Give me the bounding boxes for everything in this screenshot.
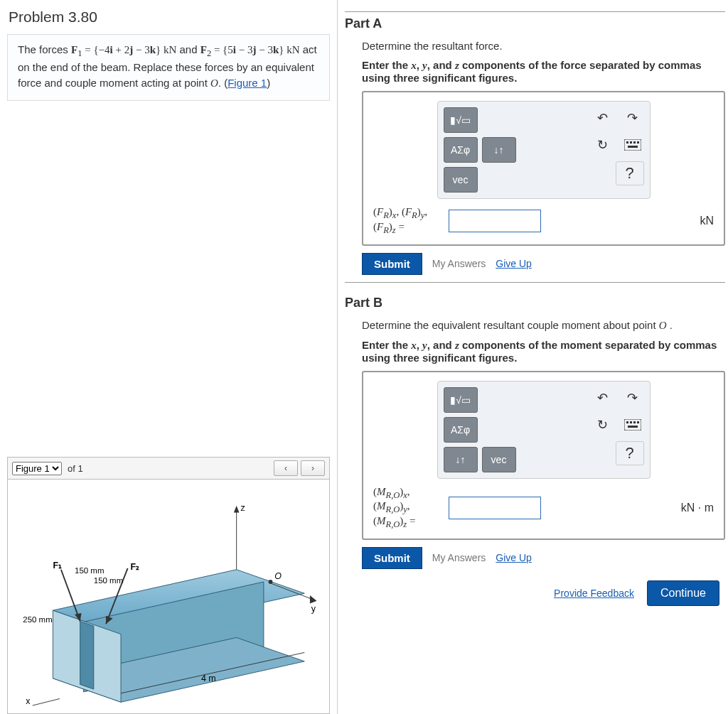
undo-icon[interactable]: ↶ (592, 387, 614, 409)
part-b-inst: Enter the x, y, and z components of the … (362, 339, 725, 364)
prompt-text: The forces F1 = {−4i + 2j − 3k} kN and F… (18, 43, 317, 89)
figure-link[interactable]: Figure 1 (228, 77, 267, 89)
vec-button[interactable]: vec (482, 447, 516, 472)
problem-title: Problem 3.80 (7, 6, 330, 34)
figure-header: Figure 1 of 1 ‹ › (7, 457, 330, 480)
svg-text:250 mm: 250 mm (23, 615, 52, 624)
redo-icon[interactable]: ↷ (621, 107, 644, 129)
figure-selector[interactable]: Figure 1 (12, 462, 62, 475)
svg-point-13 (269, 580, 273, 584)
svg-text:F₁: F₁ (53, 560, 62, 570)
svg-rect-26 (624, 139, 641, 151)
part-b-header: Part B (345, 282, 725, 315)
templates-button[interactable]: ▮√▭ (444, 387, 478, 413)
svg-text:4 m: 4 m (201, 673, 216, 683)
updown-button[interactable]: ↓↑ (482, 137, 516, 163)
figure-image: z y x O F₁ F₂ 150 m (7, 480, 330, 714)
svg-rect-36 (637, 421, 639, 423)
svg-rect-30 (637, 141, 639, 144)
part-a-answer-input[interactable] (449, 210, 541, 232)
figure-prev-button[interactable]: ‹ (274, 460, 298, 476)
continue-button[interactable]: Continue (647, 580, 719, 606)
figure-of-text: of 1 (68, 463, 83, 474)
prompt-end: ) (267, 77, 270, 89)
svg-text:F₂: F₂ (130, 561, 139, 571)
part-a-answer-frame: ▮√▭ ΑΣφ ↓↑ vec ↶ ↷ (362, 91, 725, 246)
svg-text:y: y (311, 604, 316, 614)
greek-button[interactable]: ΑΣφ (444, 137, 478, 163)
svg-marker-4 (80, 621, 94, 689)
part-a-submit-button[interactable]: Submit (362, 253, 422, 275)
greek-button[interactable]: ΑΣφ (444, 417, 478, 443)
vec-button[interactable]: vec (444, 167, 478, 193)
problem-prompt: The forces F1 = {−4i + 2j − 3k} kN and F… (7, 34, 330, 101)
undo-icon[interactable]: ↶ (592, 107, 614, 129)
svg-rect-33 (626, 421, 628, 423)
part-b-desc: Determine the equivalent resultant coupl… (362, 319, 725, 332)
svg-rect-32 (624, 419, 641, 431)
keyboard-icon[interactable] (621, 414, 644, 436)
svg-text:O: O (274, 571, 282, 581)
part-a-giveup-link[interactable]: Give Up (496, 258, 532, 269)
part-b-answer-input[interactable] (449, 497, 541, 519)
reset-icon[interactable]: ↻ (592, 134, 614, 156)
templates-button[interactable]: ▮√▭ (444, 107, 478, 133)
reset-icon[interactable]: ↻ (592, 414, 614, 436)
svg-rect-37 (628, 426, 638, 428)
svg-rect-28 (630, 141, 632, 144)
updown-button[interactable]: ↓↑ (444, 447, 478, 472)
part-a-inst: Enter the x, y, and z components of the … (362, 59, 725, 84)
svg-rect-35 (633, 421, 636, 423)
svg-rect-27 (626, 141, 628, 144)
figure-next-button[interactable]: › (301, 460, 325, 476)
help-button[interactable]: ? (616, 441, 644, 465)
part-a-toolbar: ▮√▭ ΑΣφ ↓↑ vec ↶ ↷ (437, 101, 651, 199)
help-button[interactable]: ? (616, 161, 644, 185)
svg-rect-31 (628, 146, 638, 148)
redo-icon[interactable]: ↷ (621, 387, 644, 409)
part-b-unit: kN · m (681, 502, 714, 514)
part-a-desc: Determine the resultant force. (362, 40, 725, 52)
svg-text:150 mm: 150 mm (75, 566, 104, 575)
part-a-header: Part A (345, 11, 725, 36)
part-b-myanswers: My Answers (432, 552, 486, 563)
svg-rect-34 (630, 421, 632, 423)
part-a-myanswers: My Answers (432, 258, 486, 269)
svg-line-11 (33, 698, 60, 705)
part-b-toolbar: ▮√▭ ΑΣφ ↓↑ vec ↶ ↷ (437, 381, 651, 479)
svg-text:z: z (240, 503, 245, 513)
svg-marker-9 (310, 595, 317, 603)
svg-text:x: x (26, 696, 31, 706)
part-a-var-label: (FR)x, (FR)y, (FR)z = (373, 206, 441, 236)
svg-text:150 mm: 150 mm (94, 575, 123, 584)
part-b-answer-frame: ▮√▭ ΑΣφ ↓↑ vec ↶ ↷ (362, 371, 725, 540)
part-b-giveup-link[interactable]: Give Up (496, 552, 532, 563)
part-a-unit: kN (700, 215, 714, 227)
provide-feedback-link[interactable]: Provide Feedback (554, 588, 634, 599)
svg-marker-6 (234, 505, 240, 512)
part-b-var-label: (MR,O)x, (MR,O)y, (MR,O)z = (373, 486, 441, 530)
svg-rect-29 (633, 141, 636, 144)
keyboard-icon[interactable] (621, 134, 644, 156)
part-b-submit-button[interactable]: Submit (362, 547, 422, 569)
